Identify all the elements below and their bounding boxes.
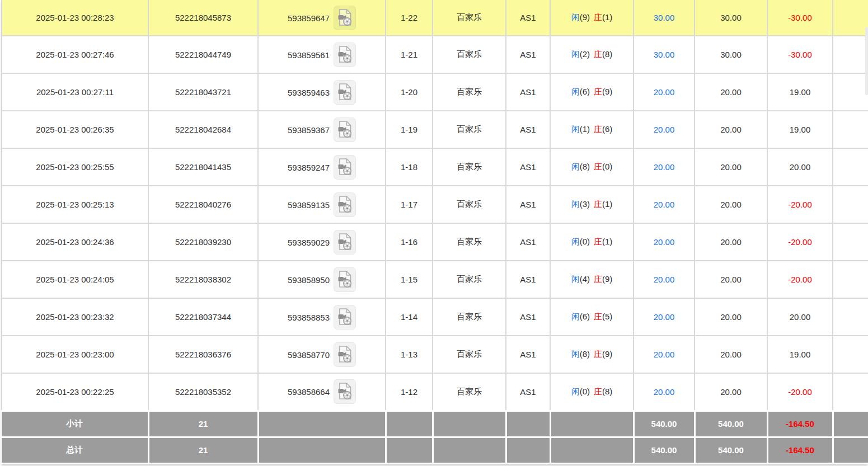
order-id-cell: 522218044749 bbox=[148, 36, 258, 73]
video-replay-button[interactable] bbox=[334, 342, 356, 367]
time-cell: 2025-01-23 00:23:32 bbox=[2, 298, 148, 336]
result-cell: 闲(9)庄(1) bbox=[550, 0, 634, 36]
bet-amount-link[interactable]: 20.00 bbox=[654, 87, 675, 97]
game-id-value: 593859561 bbox=[288, 50, 330, 59]
valid-amount-cell: 20.00 bbox=[695, 373, 767, 411]
video-replay-button[interactable] bbox=[334, 379, 356, 404]
winloss-cell: 19.00 bbox=[767, 111, 833, 148]
bet-amount-link[interactable]: 20.00 bbox=[654, 275, 675, 284]
summary-empty-cell bbox=[550, 411, 634, 437]
round-cell: 1-17 bbox=[386, 186, 433, 223]
banker-score: (8) bbox=[602, 49, 612, 59]
bet-amount-cell: 20.00 bbox=[634, 298, 695, 336]
banker-label: 庄 bbox=[594, 12, 602, 22]
result-cell: 闲(3)庄(1) bbox=[550, 186, 634, 223]
bet-amount-link[interactable]: 20.00 bbox=[654, 200, 675, 209]
video-file-icon bbox=[337, 8, 353, 26]
banker-label: 庄 bbox=[594, 387, 602, 396]
player-score: (4) bbox=[580, 274, 590, 284]
bet-record-row[interactable]: 2025-01-23 00:24:36 522218039230 5938590… bbox=[2, 223, 868, 261]
summary-valid-total: 540.00 bbox=[695, 437, 767, 463]
time-cell: 2025-01-23 00:27:11 bbox=[2, 73, 148, 111]
time-cell: 2025-01-23 00:24:36 bbox=[2, 223, 148, 261]
game-id-cell: 593858664 bbox=[258, 373, 386, 411]
game-id-value: 593858770 bbox=[288, 350, 330, 359]
video-replay-button[interactable] bbox=[334, 155, 356, 180]
summary-empty-cell bbox=[258, 437, 386, 463]
banker-label: 庄 bbox=[594, 87, 602, 96]
bet-amount-link[interactable]: 30.00 bbox=[654, 13, 675, 22]
player-score: (2) bbox=[580, 49, 590, 59]
summary-bet-total: 540.00 bbox=[634, 437, 695, 463]
order-id-cell: 522218043721 bbox=[148, 73, 258, 111]
bet-amount-link[interactable]: 20.00 bbox=[654, 162, 675, 172]
bet-record-row[interactable]: 2025-01-23 00:28:23 522218045873 5938596… bbox=[2, 0, 868, 36]
video-file-icon bbox=[337, 45, 353, 63]
banker-label: 庄 bbox=[594, 124, 602, 134]
game-id-value: 593858664 bbox=[288, 387, 330, 397]
round-cell: 1-20 bbox=[386, 73, 433, 111]
summary-empty-cell bbox=[433, 437, 506, 463]
round-cell: 1-15 bbox=[386, 261, 433, 298]
video-replay-button[interactable] bbox=[334, 230, 356, 255]
game-type-cell: 百家乐 bbox=[433, 336, 506, 373]
bet-record-row[interactable]: 2025-01-23 00:25:13 522218040276 5938591… bbox=[2, 186, 868, 223]
empty-cell bbox=[833, 298, 868, 336]
summary-winloss-total: -164.50 bbox=[767, 411, 833, 437]
bet-amount-link[interactable]: 20.00 bbox=[654, 125, 675, 134]
bet-amount-link[interactable]: 20.00 bbox=[654, 387, 675, 397]
bet-record-row[interactable]: 2025-01-23 00:27:11 522218043721 5938594… bbox=[2, 73, 868, 111]
bet-record-row[interactable]: 2025-01-23 00:26:35 522218042684 5938593… bbox=[2, 111, 868, 148]
summary-empty-cell bbox=[258, 411, 386, 437]
bet-amount-link[interactable]: 20.00 bbox=[654, 350, 675, 359]
table-id-cell: AS1 bbox=[506, 73, 550, 111]
summary-empty-cell bbox=[833, 437, 868, 463]
player-label: 闲 bbox=[571, 237, 580, 246]
video-replay-button[interactable] bbox=[334, 6, 356, 30]
bet-amount-link[interactable]: 20.00 bbox=[654, 312, 675, 322]
video-replay-button[interactable] bbox=[334, 43, 356, 67]
video-replay-button[interactable] bbox=[334, 267, 356, 292]
banker-label: 庄 bbox=[594, 162, 602, 171]
banker-label: 庄 bbox=[594, 349, 602, 359]
valid-amount-cell: 20.00 bbox=[695, 223, 767, 261]
video-replay-button[interactable] bbox=[334, 192, 356, 217]
bet-amount-link[interactable]: 20.00 bbox=[654, 237, 675, 247]
bet-amount-cell: 20.00 bbox=[634, 223, 695, 261]
result-cell: 闲(0)庄(8) bbox=[550, 373, 634, 411]
game-id-value: 593859647 bbox=[288, 13, 330, 22]
time-cell: 2025-01-23 00:24:05 bbox=[2, 261, 148, 298]
player-score: (1) bbox=[580, 124, 590, 134]
bet-record-row[interactable]: 2025-01-23 00:27:46 522218044749 5938595… bbox=[2, 36, 868, 73]
banker-score: (9) bbox=[602, 349, 612, 359]
round-cell: 1-14 bbox=[386, 298, 433, 336]
winloss-cell: 19.00 bbox=[767, 336, 833, 373]
round-cell: 1-13 bbox=[386, 336, 433, 373]
table-id-cell: AS1 bbox=[506, 186, 550, 223]
game-id-value: 593858853 bbox=[288, 312, 330, 322]
bet-records-table: 2025-01-23 00:28:23 522218045873 5938596… bbox=[1, 0, 868, 464]
order-id-cell: 522218035352 bbox=[148, 373, 258, 411]
banker-score: (8) bbox=[602, 387, 612, 396]
video-replay-button[interactable] bbox=[334, 305, 356, 330]
scrollbar-thumb[interactable] bbox=[865, 27, 868, 95]
player-label: 闲 bbox=[571, 274, 580, 284]
player-score: (0) bbox=[580, 387, 590, 396]
bet-record-row[interactable]: 2025-01-23 00:22:25 522218035352 5938586… bbox=[2, 373, 868, 411]
bet-record-row[interactable]: 2025-01-23 00:25:55 522218041435 5938592… bbox=[2, 148, 868, 186]
banker-label: 庄 bbox=[594, 312, 602, 321]
bet-amount-link[interactable]: 30.00 bbox=[654, 50, 675, 59]
table-id-cell: AS1 bbox=[506, 336, 550, 373]
video-replay-button[interactable] bbox=[334, 80, 356, 105]
video-replay-button[interactable] bbox=[334, 117, 356, 142]
summary-winloss-total: -164.50 bbox=[767, 437, 833, 463]
summary-empty-cell bbox=[433, 411, 506, 437]
bet-record-row[interactable]: 2025-01-23 00:23:00 522218036376 5938587… bbox=[2, 336, 868, 373]
bet-amount-cell: 20.00 bbox=[634, 336, 695, 373]
round-cell: 1-21 bbox=[386, 36, 433, 73]
order-id-cell: 522218037344 bbox=[148, 298, 258, 336]
winloss-cell: -30.00 bbox=[767, 0, 833, 36]
game-id-cell: 593859367 bbox=[258, 111, 386, 148]
bet-record-row[interactable]: 2025-01-23 00:23:32 522218037344 5938588… bbox=[2, 298, 868, 336]
bet-record-row[interactable]: 2025-01-23 00:24:05 522218038302 5938589… bbox=[2, 261, 868, 298]
